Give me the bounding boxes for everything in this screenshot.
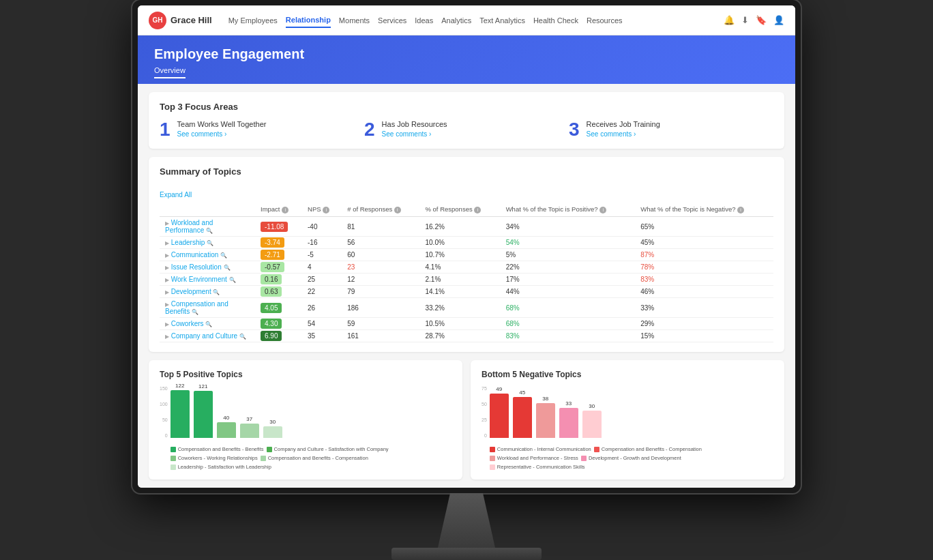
- responses-cell: 161: [342, 330, 419, 342]
- topic-name[interactable]: Issue Resolution: [171, 263, 222, 271]
- negative-cell: 78%: [635, 261, 773, 274]
- negative-cell: 29%: [635, 318, 773, 330]
- positive-bar-group: 30: [263, 419, 282, 438]
- negative-y-axis: 75 50 25 0: [482, 386, 487, 441]
- nps-cell: 35: [302, 330, 342, 342]
- focus-text-1: Team Works Well Together See comments ›: [177, 120, 267, 138]
- topic-name[interactable]: Development: [171, 288, 211, 295]
- positive-cell: 54%: [501, 237, 636, 249]
- row-expand-icon[interactable]: ▶: [165, 265, 169, 271]
- positive-cell: 68%: [501, 298, 636, 318]
- search-icon[interactable]: 🔍: [205, 321, 212, 327]
- topic-name[interactable]: Leadership: [171, 239, 205, 246]
- bookmark-icon[interactable]: 🔖: [756, 15, 767, 25]
- row-expand-icon[interactable]: ▶: [165, 277, 169, 283]
- nav-relationship[interactable]: Relationship: [286, 13, 331, 28]
- topic-name[interactable]: Communication: [171, 251, 218, 259]
- profile-icon[interactable]: 👤: [773, 15, 784, 25]
- search-icon[interactable]: 🔍: [239, 334, 246, 340]
- nav-services[interactable]: Services: [378, 14, 406, 27]
- col-nps[interactable]: NPS i: [302, 203, 342, 217]
- page-tab[interactable]: Overview: [154, 66, 186, 78]
- topic-name-cell: ▶ Communication 🔍: [160, 249, 255, 261]
- legend-color: [490, 456, 495, 461]
- nav-ideas[interactable]: Ideas: [415, 14, 433, 27]
- download-icon[interactable]: ⬇: [741, 15, 749, 25]
- negative-bar-group: 45: [513, 389, 532, 438]
- col-pct-responses[interactable]: % of Responses i: [420, 203, 501, 217]
- responses-info-icon[interactable]: i: [394, 207, 401, 213]
- positive-cell: 5%: [501, 249, 636, 261]
- expand-all-button[interactable]: Expand All: [160, 191, 192, 198]
- search-icon[interactable]: 🔍: [220, 252, 227, 259]
- col-negative[interactable]: What % of the Topic is Negative? i: [635, 203, 773, 217]
- focus-comments-2[interactable]: See comments ›: [382, 130, 447, 138]
- focus-areas-list: 1 Team Works Well Together See comments …: [160, 120, 773, 139]
- topic-name[interactable]: Work Environment: [171, 276, 227, 283]
- col-positive[interactable]: What % of the Topic is Positive? i: [501, 203, 636, 217]
- negative-info-icon[interactable]: i: [737, 207, 744, 213]
- nps-cell: 54: [302, 318, 342, 330]
- nav-text-analytics[interactable]: Text Analytics: [479, 14, 525, 27]
- search-icon[interactable]: 🔍: [192, 309, 198, 315]
- legend-item: Communication - Internal Communication: [490, 446, 591, 452]
- positive-bar-group: 37: [240, 416, 259, 438]
- legend-color: [171, 447, 176, 452]
- responses-cell: 59: [342, 318, 419, 330]
- search-icon[interactable]: 🔍: [206, 228, 213, 234]
- search-icon[interactable]: 🔍: [229, 277, 236, 283]
- legend-item: Representative - Communication Skills: [490, 464, 585, 470]
- positive-legend: Compensation and Benefits - BenefitsComp…: [171, 446, 451, 470]
- focus-comments-3[interactable]: See comments ›: [587, 130, 660, 138]
- charts-row: Top 5 Positive Topics 150 100 50 0: [149, 360, 784, 480]
- row-expand-icon[interactable]: ▶: [165, 321, 169, 327]
- notification-icon[interactable]: 🔔: [724, 15, 735, 25]
- row-expand-icon[interactable]: ▶: [165, 252, 169, 259]
- negative-bar-group: 49: [490, 386, 509, 438]
- col-impact[interactable]: Impact i: [255, 203, 302, 217]
- topic-name[interactable]: Company and Culture: [171, 332, 237, 340]
- positive-cell: 22%: [501, 261, 636, 274]
- negative-cell: 45%: [635, 237, 773, 249]
- focus-comments-1[interactable]: See comments ›: [177, 130, 267, 138]
- negative-cell: 83%: [635, 274, 773, 286]
- positive-info-icon[interactable]: i: [599, 207, 606, 213]
- nav-resources[interactable]: Resources: [587, 14, 623, 27]
- nps-info-icon[interactable]: i: [323, 207, 329, 213]
- row-expand-icon[interactable]: ▶: [165, 220, 169, 226]
- negative-cell: 15%: [635, 330, 773, 342]
- impact-value: -11.08: [261, 222, 288, 232]
- row-expand-icon[interactable]: ▶: [165, 240, 169, 246]
- nav-health-check[interactable]: Health Check: [533, 14, 578, 27]
- legend-item: Development - Growth and Development: [581, 455, 681, 461]
- topic-name[interactable]: Coworkers: [171, 320, 204, 327]
- bar-value-label: 30: [589, 403, 595, 409]
- positive-bar-chart: 122 121 40 37 30: [171, 386, 451, 441]
- search-icon[interactable]: 🔍: [207, 240, 213, 246]
- impact-info-icon[interactable]: i: [282, 207, 288, 213]
- search-icon[interactable]: 🔍: [213, 289, 220, 295]
- row-expand-icon[interactable]: ▶: [165, 289, 169, 295]
- nav-moments[interactable]: Moments: [339, 14, 370, 27]
- positive-bar-group: 40: [217, 415, 236, 438]
- col-responses[interactable]: # of Responses i: [342, 203, 419, 217]
- table-row: ▶ Compensation and Benefits 🔍 4.05 26 18…: [160, 298, 773, 318]
- pct-info-icon[interactable]: i: [474, 207, 481, 213]
- row-expand-icon[interactable]: ▶: [165, 301, 169, 308]
- impact-cell: 4.30: [255, 318, 302, 330]
- row-expand-icon[interactable]: ▶: [165, 334, 169, 340]
- nav-analytics[interactable]: Analytics: [441, 14, 471, 27]
- table-row: ▶ Company and Culture 🔍 6.90 35 161 28.7…: [160, 330, 773, 342]
- table-row: ▶ Development 🔍 0.63 22 79 14.1% 44% 46%: [160, 286, 773, 298]
- nav-my-employees[interactable]: My Employees: [228, 14, 278, 27]
- negative-cell: 46%: [635, 286, 773, 298]
- search-icon[interactable]: 🔍: [224, 265, 231, 271]
- impact-value: 6.90: [261, 331, 282, 341]
- navbar: GH Grace Hill My Employees Relationship …: [138, 5, 795, 35]
- nps-cell: 4: [302, 261, 342, 274]
- negative-chart-area: 49 45 38 33 30 Communication - Internal …: [490, 386, 773, 470]
- focus-number-3: 3: [569, 120, 580, 139]
- main-content: Top 3 Focus Areas 1 Team Works Well Toge…: [138, 84, 795, 488]
- legend-item: Compensation and Benefits - Compensation: [261, 455, 368, 461]
- bar-value-label: 49: [496, 386, 502, 392]
